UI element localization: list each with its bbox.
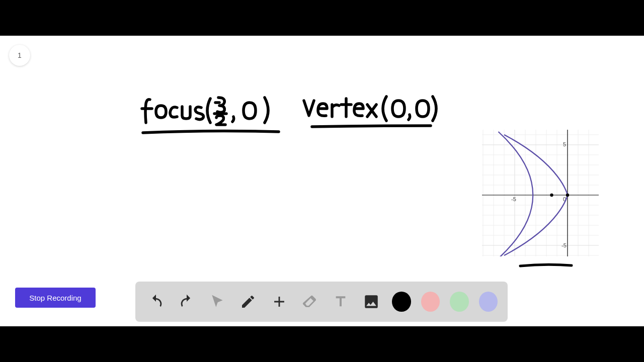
- handwriting-vertex: [300, 94, 441, 134]
- image-tool[interactable]: [361, 291, 382, 313]
- color-swatch-blue[interactable]: [479, 292, 498, 312]
- pencil-tool[interactable]: [238, 291, 259, 313]
- parabola-graph: -5 0 5 -5: [482, 130, 599, 256]
- handwriting-graph-underline: [518, 262, 574, 269]
- color-swatch-red[interactable]: [421, 292, 440, 312]
- text-tool[interactable]: [331, 291, 351, 313]
- tick-y-neg5: -5: [561, 242, 567, 248]
- color-swatch-black[interactable]: [392, 292, 411, 312]
- eraser-tool[interactable]: [299, 291, 320, 313]
- tick-x-neg5: -5: [511, 196, 516, 202]
- tick-y-5: 5: [563, 141, 566, 147]
- whiteboard-canvas[interactable]: 1: [0, 36, 644, 326]
- marker-focus: [550, 194, 553, 197]
- undo-button[interactable]: [145, 291, 166, 313]
- stop-recording-button[interactable]: Stop Recording: [15, 288, 96, 308]
- handwriting-focus: [140, 94, 286, 139]
- page-number-badge[interactable]: 1: [9, 45, 30, 66]
- page-number: 1: [18, 51, 22, 59]
- pointer-tool[interactable]: [207, 291, 228, 313]
- drawing-toolbar: [135, 282, 508, 322]
- marker-vertex: [566, 194, 569, 197]
- parabola-curve: [499, 132, 533, 256]
- redo-button[interactable]: [176, 291, 197, 313]
- color-swatch-green[interactable]: [450, 292, 469, 312]
- add-tool[interactable]: [269, 291, 289, 313]
